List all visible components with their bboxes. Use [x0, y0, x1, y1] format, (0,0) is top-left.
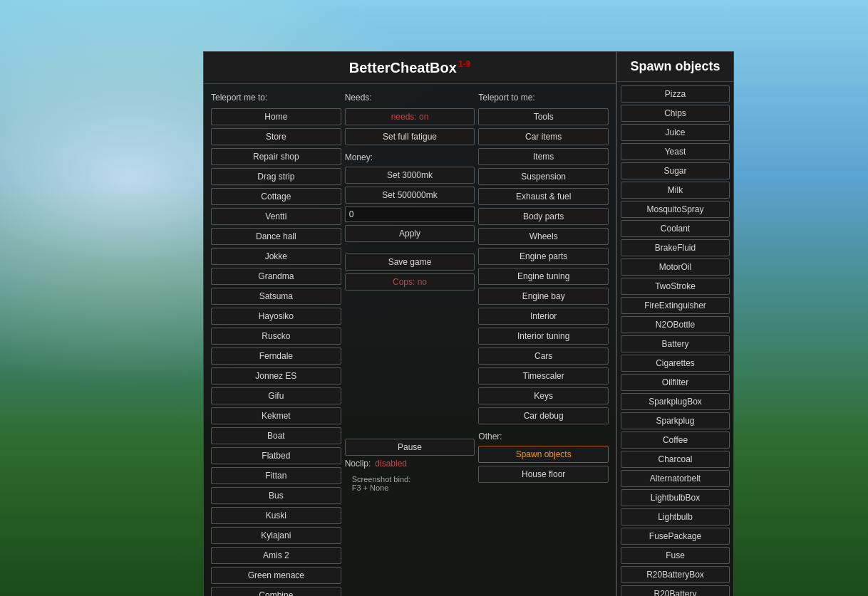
tp-engine-tuning-btn[interactable]: Engine tuning	[478, 268, 609, 285]
spawn-objects-btn[interactable]: Spawn objects	[478, 446, 609, 463]
spawn-motoroil[interactable]: MotorOil	[621, 258, 730, 276]
set-500000mk-btn[interactable]: Set 500000mk	[345, 187, 475, 204]
spawn-lightbulbbox[interactable]: LightbulbBox	[621, 489, 730, 506]
btn-kekmet[interactable]: Kekmet	[211, 407, 341, 424]
tp-items-btn[interactable]: Items	[478, 148, 609, 165]
money-input[interactable]	[345, 206, 475, 222]
cheatbox-body: Teleport me to: Home Store Repair shop D…	[204, 84, 616, 596]
house-floor-btn[interactable]: House floor	[478, 466, 609, 483]
tp-exhaust-fuel-btn[interactable]: Exhaust & fuel	[478, 188, 609, 205]
save-game-btn[interactable]: Save game	[345, 253, 475, 271]
needs-col: Needs: needs: on Set full fatigue Money:…	[345, 91, 475, 596]
btn-amis2[interactable]: Amis 2	[211, 547, 341, 564]
btn-cottage[interactable]: Cottage	[211, 188, 341, 205]
spawn-sparkplugbox[interactable]: SparkplugBox	[621, 393, 730, 410]
other-label: Other:	[478, 432, 609, 441]
main-container: BetterCheatBox1-9 Teleport me to: Home S…	[203, 51, 734, 596]
spawn-alternatorbelt[interactable]: Alternatorbelt	[621, 470, 730, 487]
spawn-brakefluid[interactable]: BrakeFluid	[621, 239, 730, 256]
apply-btn[interactable]: Apply	[345, 225, 475, 242]
tp-interior-tuning-btn[interactable]: Interior tuning	[478, 328, 609, 345]
btn-jonnez-es[interactable]: Jonnez ES	[211, 367, 341, 385]
spawn-coolant[interactable]: Coolant	[621, 220, 730, 237]
tp-keys-btn[interactable]: Keys	[478, 387, 609, 404]
btn-repair-shop[interactable]: Repair shop	[211, 148, 341, 165]
screenshot-section: Screenshot bind: F3 + None	[345, 471, 475, 496]
spawn-yeast[interactable]: Yeast	[621, 143, 730, 160]
spawn-mosquitospray[interactable]: MosquitoSpray	[621, 201, 730, 218]
tp-car-items-btn[interactable]: Car items	[478, 128, 609, 145]
spawn-r20battery[interactable]: R20Battery	[621, 585, 730, 596]
btn-grandma[interactable]: Grandma	[211, 268, 341, 285]
spawn-oilfilter[interactable]: Oilfilter	[621, 374, 730, 391]
tp-tools-btn[interactable]: Tools	[478, 108, 609, 125]
spawn-chips[interactable]: Chips	[621, 105, 730, 122]
version-badge: 1-9	[458, 59, 470, 69]
spawn-sugar[interactable]: Sugar	[621, 162, 730, 179]
btn-home[interactable]: Home	[211, 108, 341, 125]
screenshot-label: Screenshot bind:	[352, 475, 468, 483]
tp-engine-bay-btn[interactable]: Engine bay	[478, 288, 609, 305]
pause-btn[interactable]: Pause	[345, 439, 475, 456]
tp-interior-btn[interactable]: Interior	[478, 308, 609, 325]
teleport-to-me-col: Teleport to me: Tools Car items Items Su…	[478, 91, 609, 596]
btn-kylajani[interactable]: Kylajani	[211, 527, 341, 544]
btn-store[interactable]: Store	[211, 128, 341, 145]
btn-ventti[interactable]: Ventti	[211, 208, 341, 225]
btn-flatbed[interactable]: Flatbed	[211, 447, 341, 464]
screenshot-val: F3 + None	[352, 483, 468, 492]
needs-toggle-btn[interactable]: needs: on	[345, 108, 475, 125]
tp-timescaler-btn[interactable]: Timescaler	[478, 367, 609, 385]
tp-cars-btn[interactable]: Cars	[478, 347, 609, 365]
spawn-body: Pizza Chips Juice Yeast Sugar Milk Mosqu…	[617, 82, 733, 596]
btn-ruscko[interactable]: Ruscko	[211, 328, 341, 345]
btn-fittan[interactable]: Fittan	[211, 467, 341, 484]
btn-combine[interactable]: Combine	[211, 587, 341, 596]
spawn-header: Spawn objects	[617, 52, 733, 82]
noclip-label: Noclip:	[345, 459, 371, 469]
spawn-r20batterybox[interactable]: R20BatteryBox	[621, 566, 730, 583]
tp-car-debug-btn[interactable]: Car debug	[478, 407, 609, 424]
btn-jokke[interactable]: Jokke	[211, 248, 341, 265]
btn-dance-hall[interactable]: Dance hall	[211, 228, 341, 245]
cheatbox-header: BetterCheatBox1-9	[204, 52, 616, 84]
spawn-milk[interactable]: Milk	[621, 182, 730, 199]
btn-boat[interactable]: Boat	[211, 427, 341, 444]
btn-kuski[interactable]: Kuski	[211, 507, 341, 524]
spawn-fusepackage[interactable]: FusePackage	[621, 528, 730, 545]
spawn-panel: Spawn objects Pizza Chips Juice Yeast Su…	[616, 51, 734, 596]
cheatbox-panel: BetterCheatBox1-9 Teleport me to: Home S…	[203, 51, 616, 596]
btn-green-menace[interactable]: Green menace	[211, 567, 341, 584]
spawn-coffee[interactable]: Coffee	[621, 432, 730, 449]
spawn-cigarettes[interactable]: Cigarettes	[621, 355, 730, 372]
tp-body-parts-btn[interactable]: Body parts	[478, 208, 609, 225]
noclip-value: disabled	[375, 459, 407, 469]
spawn-lightbulb[interactable]: Lightbulb	[621, 508, 730, 526]
spawn-fuse[interactable]: Fuse	[621, 547, 730, 564]
btn-ferndale[interactable]: Ferndale	[211, 347, 341, 365]
tp-wheels-btn[interactable]: Wheels	[478, 228, 609, 245]
set-full-fatigue-btn[interactable]: Set full fatigue	[345, 128, 475, 145]
spawn-juice[interactable]: Juice	[621, 124, 730, 141]
money-label: Money:	[345, 152, 475, 162]
spawn-sparkplug[interactable]: Sparkplug	[621, 412, 730, 429]
spawn-pizza[interactable]: Pizza	[621, 85, 730, 103]
spawn-battery[interactable]: Battery	[621, 335, 730, 352]
btn-gifu[interactable]: Gifu	[211, 387, 341, 404]
teleport-me-to-label: Teleport me to:	[211, 91, 341, 104]
spawn-twostroke[interactable]: TwoStroke	[621, 278, 730, 295]
spawn-n2obottle[interactable]: N2OBottle	[621, 316, 730, 333]
set-3000mk-btn[interactable]: Set 3000mk	[345, 167, 475, 184]
spawn-fireextinguisher[interactable]: FireExtinguisher	[621, 297, 730, 314]
cops-btn[interactable]: Cops: no	[345, 273, 475, 291]
noclip-row: Noclip: disabled	[345, 459, 475, 469]
btn-drag-strip[interactable]: Drag strip	[211, 168, 341, 185]
btn-satsuma[interactable]: Satsuma	[211, 288, 341, 305]
needs-label: Needs:	[345, 91, 475, 104]
btn-hayosiko[interactable]: Hayosiko	[211, 308, 341, 325]
btn-bus[interactable]: Bus	[211, 487, 341, 504]
spawn-charcoal[interactable]: Charcoal	[621, 451, 730, 468]
teleport-me-to-col: Teleport me to: Home Store Repair shop D…	[211, 91, 341, 596]
tp-engine-parts-btn[interactable]: Engine parts	[478, 248, 609, 265]
tp-suspension-btn[interactable]: Suspension	[478, 168, 609, 185]
